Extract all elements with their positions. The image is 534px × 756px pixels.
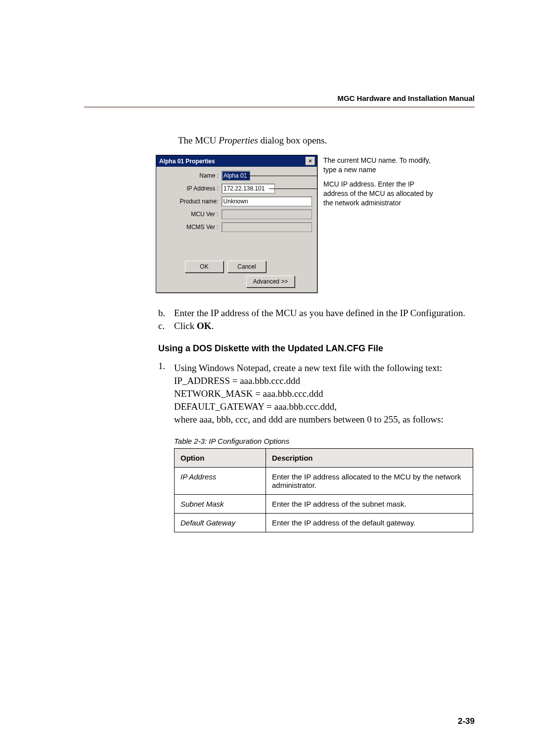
num-line-3: DEFAULT_GATEWAY = aaa.bbb.ccc.ddd, [174,401,475,412]
cell-desc: Enter the IP address allocated to the MC… [266,468,473,495]
cancel-button[interactable]: Cancel [227,261,266,273]
table-row: IP Address Enter the IP address allocate… [175,468,473,495]
sub-steps: b. Enter the IP address of the MCU as yo… [158,308,475,331]
product-field[interactable]: Unknown [222,196,312,206]
num-1-marker: 1. [158,361,174,427]
num-line-4: where aaa, bbb, ccc, and ddd are numbers… [174,414,475,425]
mcmsver-field [222,222,312,232]
annotation-name: The current MCU name. To modify, type a … [323,156,435,175]
intro-text: The MCU Properties dialog box opens. [178,135,475,146]
section-heading: Using a DOS Diskette with the Updated LA… [158,343,475,354]
product-label: Product name: [161,198,222,205]
config-table: Option Description IP Address Enter the … [174,448,473,532]
num-line-0: Using Windows Notepad, create a new text… [174,363,475,374]
cell-option: Default Gateway [175,514,266,532]
ok-button[interactable]: OK [185,261,223,273]
step-b-marker: b. [158,308,174,319]
step-b-text: Enter the IP address of the MCU as you h… [174,308,475,319]
dialog-body: Name : Alpha 01 IP Address : 172.22.138.… [156,167,317,292]
page-number: 2-39 [458,716,475,726]
th-desc: Description [266,449,473,468]
mcuver-label: MCU Ver : [161,211,222,218]
mcmsver-label: MCMS Ver : [161,224,222,231]
step-c-post: . [211,321,214,331]
dialog-figure: Alpha 01 Properties × Name : Alpha 01 IP… [156,155,475,293]
cell-option: IP Address [175,468,266,495]
advanced-button[interactable]: Advanced >> [246,276,295,287]
ip-field[interactable]: 172.22.138.101 [222,184,275,193]
num-line-2: NETWORK_MASK = aaa.bbb.ccc.ddd [174,388,475,399]
table-row: Subnet Mask Enter the IP address of the … [175,495,473,514]
annotation-ip: MCU IP address. Enter the IP address of … [323,180,435,208]
name-label: Name : [161,172,222,179]
close-icon[interactable]: × [306,157,315,165]
th-option: Option [175,449,266,468]
table-row: Default Gateway Enter the IP address of … [175,514,473,532]
intro-pre: The MCU [178,135,219,145]
callout-line-icon [269,189,317,189]
header-divider [84,106,475,108]
properties-dialog: Alpha 01 Properties × Name : Alpha 01 IP… [156,155,317,293]
callout-line-icon [244,176,317,176]
annotations-block: The current MCU name. To modify, type a … [323,155,435,207]
dialog-title: Alpha 01 Properties [159,158,215,165]
step-c-pre: Click [174,321,197,331]
num-line-1: IP_ADDRESS = aaa.bbb.ccc.ddd [174,376,475,386]
dialog-titlebar: Alpha 01 Properties × [156,155,317,167]
step-c-marker: c. [158,321,174,331]
cell-desc: Enter the IP address of the default gate… [266,514,473,532]
document-header: MGC Hardware and Installation Manual [84,94,475,102]
ip-label: IP Address : [161,185,222,192]
numbered-list: 1. Using Windows Notepad, create a new t… [158,361,475,427]
cell-desc: Enter the IP address of the subnet mask. [266,495,473,514]
intro-post: dialog box opens. [258,135,327,145]
mcuver-field [222,209,312,219]
table-caption: Table 2-3: IP Configuration Options [174,437,475,445]
intro-em: Properties [219,135,258,145]
cell-option: Subnet Mask [175,495,266,514]
step-c-bold: OK [197,321,212,331]
step-c-text: Click OK. [174,321,475,331]
